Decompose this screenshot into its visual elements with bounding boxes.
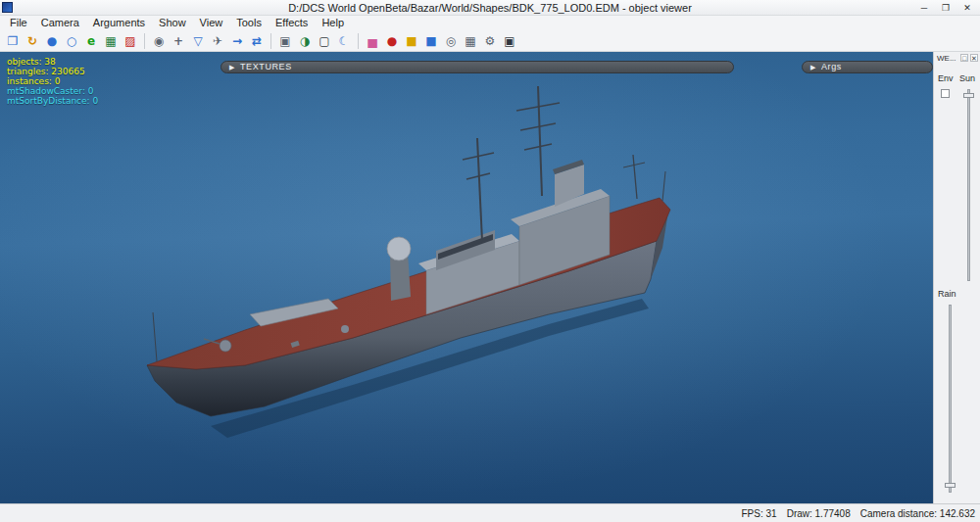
args-panel-label: Args	[821, 62, 842, 72]
filter-icon[interactable]: ▽	[189, 32, 207, 50]
stat-objects: objects: 38	[7, 57, 98, 67]
radar-dome	[387, 237, 411, 261]
stat-triangles: triangles: 230665	[7, 67, 98, 76]
fps-value: FPS: 31	[742, 508, 777, 519]
weather-panel-title: WE...	[937, 54, 956, 63]
rain-label: Rain	[938, 289, 956, 299]
menu-arguments[interactable]: Arguments	[86, 16, 152, 30]
weather-panel: WE... □ ✕ Env Sun Rain	[933, 52, 980, 503]
stat-sortbydistance: mtSortByDistance: 0	[7, 96, 98, 106]
close-button[interactable]: ✕	[956, 0, 978, 16]
window-title: D:/DCS World OpenBeta/Bazar/World/Shapes…	[0, 0, 980, 16]
ship-model	[0, 52, 933, 503]
toolbar-separator	[270, 33, 271, 49]
chart-icon[interactable]: ▅	[364, 32, 381, 50]
maximize-button[interactable]: ❐	[935, 0, 956, 16]
grid-icon[interactable]: ▦	[462, 32, 479, 50]
menu-view[interactable]: View	[193, 16, 230, 30]
minimize-button[interactable]: ─	[913, 0, 935, 16]
search-icon[interactable]: ◎	[442, 32, 460, 50]
sun-label: Sun	[959, 73, 975, 83]
sun-slider-handle[interactable]	[963, 93, 974, 98]
stat-instances: instances: 0	[7, 76, 98, 86]
menu-help[interactable]: Help	[315, 16, 351, 30]
package-yellow-icon[interactable]: ■	[403, 32, 420, 50]
window-controls: ─ ❐ ✕	[913, 0, 978, 16]
render-mode-icon[interactable]: ◑	[296, 32, 314, 50]
move-tool-icon[interactable]: +	[170, 32, 187, 50]
sphere-icon[interactable]: ●	[43, 32, 61, 50]
open-model-icon[interactable]: ❐	[4, 32, 22, 50]
forward-icon[interactable]: →	[228, 32, 246, 50]
status-bar: FPS: 31 Draw: 1.77408 Camera distance: 1…	[0, 503, 980, 522]
globe-icon[interactable]: ○	[63, 32, 80, 50]
rain-slider-handle[interactable]	[945, 483, 956, 488]
package-blue-icon[interactable]: ■	[422, 32, 440, 50]
tools-icon[interactable]: ⚙	[481, 32, 499, 50]
browser-icon[interactable]: e	[82, 32, 100, 50]
draw-value: Draw: 1.77408	[787, 508, 851, 519]
model-stats: objects: 38 triangles: 230665 instances:…	[7, 57, 98, 106]
menu-show[interactable]: Show	[152, 16, 193, 30]
refresh-icon[interactable]: ↻	[24, 32, 41, 50]
3d-viewport[interactable]: objects: 38 triangles: 230665 instances:…	[0, 52, 933, 503]
rain-slider[interactable]	[949, 305, 952, 493]
textures-panel-header[interactable]: ▶ TEXTURES	[220, 61, 734, 73]
aircraft-icon[interactable]: ✈	[209, 32, 226, 50]
toolbar: ❐ ↻ ● ○ e ▦ ▨ ◉ + ▽ ✈ → ⇄ ▣ ◑ ▢ ☾ ▅ ● ■ …	[0, 30, 980, 52]
expand-arrow-icon: ▶	[810, 62, 816, 72]
record-icon[interactable]: ●	[383, 32, 401, 50]
menu-bar: File Camera Arguments Show View Tools Ef…	[0, 16, 980, 30]
camera-icon[interactable]: ◉	[150, 32, 168, 50]
menu-file[interactable]: File	[3, 16, 34, 30]
image-icon[interactable]: ▣	[276, 32, 294, 50]
bow-turret	[220, 340, 231, 352]
menu-camera[interactable]: Camera	[34, 16, 86, 30]
pdf-export-icon[interactable]: ▨	[122, 32, 139, 50]
snapshot-icon[interactable]: ▣	[501, 32, 518, 50]
expand-arrow-icon: ▶	[229, 62, 235, 72]
display-icon[interactable]: ▢	[316, 32, 333, 50]
title-bar[interactable]: D:/DCS World OpenBeta/Bazar/World/Shapes…	[0, 0, 980, 16]
env-checkbox[interactable]	[941, 89, 950, 98]
menu-effects[interactable]: Effects	[269, 16, 315, 30]
toolbar-separator	[144, 33, 145, 49]
env-label: Env	[938, 73, 954, 83]
camera-distance-value: Camera distance: 142.632	[860, 508, 975, 519]
night-mode-icon[interactable]: ☾	[335, 32, 353, 50]
toolbar-separator	[358, 33, 359, 49]
panel-close-icon[interactable]: ✕	[970, 54, 978, 62]
args-panel-header[interactable]: ▶ Args	[802, 61, 933, 73]
panel-collapse-icon[interactable]: □	[960, 54, 968, 62]
stat-shadowcaster: mtShadowCaster: 0	[7, 86, 98, 96]
textures-panel-label: TEXTURES	[240, 62, 292, 72]
sun-slider[interactable]	[967, 89, 970, 281]
menu-tools[interactable]: Tools	[229, 16, 269, 30]
excel-export-icon[interactable]: ▦	[102, 32, 120, 50]
swap-icon[interactable]: ⇄	[248, 32, 266, 50]
